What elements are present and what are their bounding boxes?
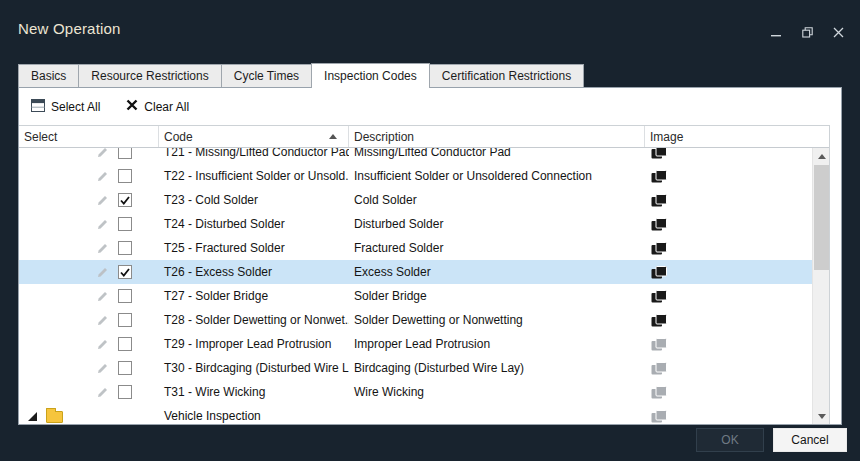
titlebar: New Operation bbox=[0, 0, 860, 56]
clear-all-x-icon bbox=[126, 99, 138, 114]
tab-label: Resource Restrictions bbox=[91, 69, 208, 83]
grid-header: Select Code Description Image bbox=[19, 126, 829, 148]
column-header-description[interactable]: Description bbox=[349, 126, 645, 147]
image-cell bbox=[645, 362, 812, 375]
tab-label: Cycle Times bbox=[234, 69, 299, 83]
table-row[interactable]: T25 - Fractured SolderFractured Solder bbox=[19, 236, 812, 260]
group-row-vehicle-inspection[interactable]: Vehicle Inspection bbox=[19, 404, 812, 424]
code-cell: T22 - Insufficient Solder or Unsold... bbox=[159, 169, 349, 183]
select-cell bbox=[19, 164, 159, 188]
table-row[interactable]: T30 - Birdcaging (Disturbed Wire L...Bir… bbox=[19, 356, 812, 380]
image-icon bbox=[651, 410, 812, 423]
table-row[interactable]: T24 - Disturbed SolderDisturbed Solder bbox=[19, 212, 812, 236]
row-checkbox[interactable] bbox=[118, 241, 132, 255]
select-cell bbox=[19, 284, 159, 308]
table-row[interactable]: T28 - Solder Dewetting or Nonwet...Solde… bbox=[19, 308, 812, 332]
description-cell: Excess Solder bbox=[349, 265, 645, 279]
edit-pencil-icon bbox=[96, 290, 109, 303]
row-checkbox[interactable] bbox=[118, 217, 132, 231]
image-icon bbox=[651, 266, 812, 279]
tab-certification-restrictions[interactable]: Certification Restrictions bbox=[429, 64, 584, 87]
tab-resource-restrictions[interactable]: Resource Restrictions bbox=[78, 64, 221, 87]
column-header-code[interactable]: Code bbox=[159, 126, 349, 147]
scroll-up-icon[interactable] bbox=[813, 148, 830, 164]
row-checkbox[interactable] bbox=[118, 193, 132, 207]
image-icon bbox=[651, 242, 812, 255]
row-checkbox[interactable] bbox=[118, 385, 132, 399]
image-cell bbox=[645, 290, 812, 303]
select-all-button[interactable]: Select All bbox=[31, 99, 100, 115]
image-icon bbox=[651, 194, 812, 207]
edit-pencil-icon bbox=[96, 194, 109, 207]
image-cell bbox=[645, 242, 812, 255]
ok-button[interactable]: OK bbox=[696, 428, 764, 452]
dialog-footer: OK Cancel bbox=[696, 428, 847, 452]
image-cell bbox=[645, 218, 812, 231]
description-cell: Fractured Solder bbox=[349, 241, 645, 255]
select-all-icon bbox=[31, 99, 45, 115]
select-cell bbox=[19, 212, 159, 236]
vertical-scrollbar[interactable] bbox=[812, 148, 829, 424]
description-cell: Missing/Lifted Conductor Pad bbox=[349, 148, 645, 159]
code-cell: T30 - Birdcaging (Disturbed Wire L... bbox=[159, 361, 349, 375]
edit-pencil-icon bbox=[96, 148, 109, 159]
description-cell: Improper Lead Protrusion bbox=[349, 337, 645, 351]
select-cell bbox=[19, 308, 159, 332]
clear-all-button[interactable]: Clear All bbox=[126, 99, 189, 114]
image-icon bbox=[651, 338, 812, 351]
code-cell: T25 - Fractured Solder bbox=[159, 241, 349, 255]
code-cell: T23 - Cold Solder bbox=[159, 193, 349, 207]
inspection-codes-panel: Select All Clear All Select Code Descrip… bbox=[18, 87, 842, 425]
edit-pencil-icon bbox=[96, 338, 109, 351]
table-row[interactable]: T22 - Insufficient Solder or Unsold...In… bbox=[19, 164, 812, 188]
select-cell bbox=[19, 260, 159, 284]
new-operation-dialog: New Operation Basics Resource Restrictio… bbox=[0, 0, 860, 461]
scrollbar-thumb[interactable] bbox=[814, 165, 829, 270]
description-cell: Solder Bridge bbox=[349, 289, 645, 303]
edit-pencil-icon bbox=[96, 362, 109, 375]
tab-cycle-times[interactable]: Cycle Times bbox=[221, 64, 312, 87]
tab-label: Inspection Codes bbox=[324, 69, 417, 83]
row-checkbox[interactable] bbox=[118, 169, 132, 183]
code-cell: T31 - Wire Wicking bbox=[159, 385, 349, 399]
column-header-select[interactable]: Select bbox=[19, 126, 159, 147]
select-cell bbox=[19, 380, 159, 404]
code-cell: T27 - Solder Bridge bbox=[159, 289, 349, 303]
tab-inspection-codes[interactable]: Inspection Codes bbox=[311, 63, 430, 88]
row-checkbox[interactable] bbox=[118, 337, 132, 351]
row-checkbox[interactable] bbox=[118, 148, 132, 159]
cancel-button[interactable]: Cancel bbox=[773, 428, 847, 452]
image-cell bbox=[645, 314, 812, 327]
table-row[interactable]: T23 - Cold SolderCold Solder bbox=[19, 188, 812, 212]
table-row[interactable]: T26 - Excess SolderExcess Solder bbox=[19, 260, 812, 284]
table-row[interactable]: T31 - Wire WickingWire Wicking bbox=[19, 380, 812, 404]
row-checkbox[interactable] bbox=[118, 265, 132, 279]
table-row[interactable]: T27 - Solder BridgeSolder Bridge bbox=[19, 284, 812, 308]
minimize-icon[interactable] bbox=[770, 26, 782, 38]
tab-basics[interactable]: Basics bbox=[18, 64, 79, 87]
image-cell bbox=[645, 194, 812, 207]
sort-ascending-icon bbox=[329, 134, 337, 139]
group-label: Vehicle Inspection bbox=[159, 409, 349, 423]
image-icon bbox=[651, 314, 812, 327]
grid-body: T21 - Missing/Lifted Conductor PadMissin… bbox=[19, 148, 829, 424]
row-checkbox[interactable] bbox=[118, 313, 132, 327]
edit-pencil-icon bbox=[96, 170, 109, 183]
scroll-down-icon[interactable] bbox=[813, 408, 830, 424]
code-cell: T26 - Excess Solder bbox=[159, 265, 349, 279]
column-header-label: Image bbox=[650, 130, 683, 144]
close-icon[interactable] bbox=[832, 26, 844, 38]
row-checkbox[interactable] bbox=[118, 289, 132, 303]
table-row[interactable]: T29 - Improper Lead ProtrusionImproper L… bbox=[19, 332, 812, 356]
folder-icon bbox=[46, 411, 63, 423]
row-checkbox[interactable] bbox=[118, 361, 132, 375]
tab-label: Basics bbox=[31, 69, 66, 83]
collapse-expander-icon[interactable] bbox=[28, 412, 37, 421]
tab-label: Certification Restrictions bbox=[442, 69, 571, 83]
description-cell: Wire Wicking bbox=[349, 385, 645, 399]
maximize-icon[interactable] bbox=[801, 26, 813, 38]
column-header-image[interactable]: Image bbox=[645, 126, 829, 147]
table-row[interactable]: T21 - Missing/Lifted Conductor PadMissin… bbox=[19, 148, 812, 164]
image-cell bbox=[645, 148, 812, 159]
select-cell bbox=[19, 332, 159, 356]
